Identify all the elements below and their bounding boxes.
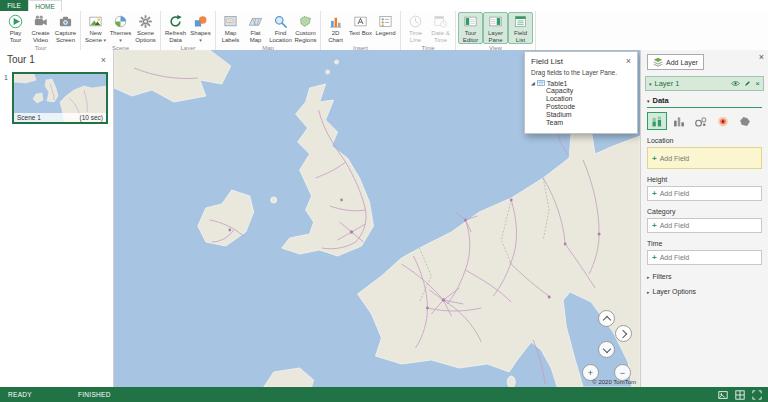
tour-editor-icon bbox=[463, 14, 478, 29]
field-item-stadium[interactable]: Stadium bbox=[531, 111, 631, 119]
ribbon-button-custom-regions[interactable]: Custom Regions bbox=[293, 12, 318, 44]
grid-view-icon[interactable] bbox=[735, 390, 745, 400]
ribbon-button-new-scene[interactable]: New Scene ▾ bbox=[83, 12, 108, 44]
ribbon: Play TourCreate VideoCapture ScreenTourN… bbox=[0, 11, 768, 51]
workspace: Tour 1 × 1 bbox=[0, 50, 768, 387]
ribbon-button-map-labels[interactable]: Map Labels bbox=[218, 12, 243, 44]
clustered-column-icon bbox=[672, 115, 686, 128]
ribbon-button-themes[interactable]: Themes ▾ bbox=[108, 12, 133, 44]
ribbon-button-label: Find Location bbox=[269, 30, 292, 43]
layer-name: Layer 1 bbox=[655, 79, 729, 88]
ribbon-button-refresh-data[interactable]: Refresh Data bbox=[163, 12, 188, 44]
custom-regions-icon bbox=[298, 14, 313, 29]
field-list-table-row[interactable]: ◢ Table1 bbox=[531, 79, 631, 87]
section-time: Time+Add Field bbox=[647, 240, 762, 265]
tilt-up-button[interactable] bbox=[598, 310, 615, 327]
date-time-icon bbox=[433, 14, 448, 29]
location-add-field[interactable]: +Add Field bbox=[647, 147, 762, 169]
tilt-down-button[interactable] bbox=[598, 341, 615, 358]
ribbon-button-scene-options[interactable]: Scene Options bbox=[133, 12, 158, 44]
tour-title: Tour 1 bbox=[7, 54, 35, 65]
layer-header[interactable]: ▾ Layer 1 × bbox=[645, 76, 764, 91]
ribbon-button-shapes[interactable]: Shapes ▾ bbox=[188, 12, 213, 44]
delete-layer-icon[interactable]: × bbox=[755, 79, 760, 88]
ribbon-button-capture-screen[interactable]: Capture Screen bbox=[53, 12, 78, 44]
scene-options-icon bbox=[138, 14, 153, 29]
plus-icon: + bbox=[652, 154, 657, 163]
map-view-icon[interactable] bbox=[718, 390, 728, 400]
layer-options-section[interactable]: ▸ Layer Options bbox=[647, 288, 762, 295]
scene-thumbnail[interactable]: Scene 1 (10 sec) bbox=[12, 72, 108, 124]
field-list-panel: Field List × Drag fields to the Layer Pa… bbox=[524, 51, 638, 134]
ribbon-button-layer-pane[interactable]: Layer Pane bbox=[483, 12, 508, 44]
viz-type-bubble[interactable] bbox=[691, 112, 711, 130]
ribbon-button-label: Date & Time bbox=[429, 30, 452, 43]
ribbon-tab-row: FILE HOME bbox=[0, 0, 768, 11]
themes-icon bbox=[113, 14, 128, 29]
viz-type-clustered-column[interactable] bbox=[669, 112, 689, 130]
ribbon-group-time: Time LineDate & TimeTime bbox=[401, 11, 456, 50]
field-item-location[interactable]: Location bbox=[531, 95, 631, 103]
ribbon-button-legend[interactable]: Legend bbox=[373, 12, 398, 38]
field-list-title: Field List bbox=[531, 57, 563, 66]
scene-index: 1 bbox=[4, 74, 8, 81]
viz-type-stacked-column[interactable] bbox=[647, 112, 667, 130]
ribbon-button-label: Tour Editor bbox=[459, 30, 482, 43]
3d-maps-window: FILE HOME Play TourCreate VideoCapture S… bbox=[0, 0, 768, 402]
ribbon-button-label: Capture Screen bbox=[54, 30, 77, 43]
category-add-field[interactable]: +Add Field bbox=[647, 218, 762, 233]
stacked-column-icon bbox=[650, 115, 664, 128]
viz-type-heat-map[interactable] bbox=[713, 112, 733, 130]
visibility-eye-icon[interactable] bbox=[731, 80, 740, 87]
section-category: Category+Add Field bbox=[647, 208, 762, 233]
ribbon-button-2d-chart[interactable]: 2D Chart bbox=[323, 12, 348, 44]
shapes-icon bbox=[193, 14, 208, 29]
video-icon bbox=[33, 14, 48, 29]
tab-file[interactable]: FILE bbox=[0, 0, 28, 11]
tab-home[interactable]: HOME bbox=[28, 0, 62, 11]
status-bar: READY FINISHED bbox=[0, 387, 768, 402]
filters-label: Filters bbox=[653, 273, 672, 280]
ribbon-group-map: Map LabelsFlat MapFind LocationCustom Re… bbox=[216, 11, 321, 50]
chevron-right-icon bbox=[618, 329, 626, 337]
tree-expand-icon: ◢ bbox=[531, 80, 535, 86]
add-layer-button[interactable]: Add Layer bbox=[647, 54, 704, 70]
rotate-right-button[interactable] bbox=[615, 325, 632, 342]
plus-icon: + bbox=[652, 189, 657, 198]
data-section-header[interactable]: ▾ Data bbox=[647, 96, 762, 108]
ribbon-button-play-tour[interactable]: Play Tour bbox=[3, 12, 28, 44]
add-field-label: Add Field bbox=[660, 155, 690, 162]
layer-options-label: Layer Options bbox=[653, 288, 697, 295]
filters-section[interactable]: ▸ Filters bbox=[647, 273, 762, 280]
field-list-close-icon[interactable]: × bbox=[626, 56, 631, 66]
viz-type-region[interactable] bbox=[735, 112, 755, 130]
chart-2d-icon bbox=[328, 14, 343, 29]
ribbon-group-layer: Refresh DataShapes ▾Layer bbox=[161, 11, 216, 50]
layer-pane-close-icon[interactable]: × bbox=[759, 52, 764, 62]
ribbon-button-label: Refresh Data bbox=[164, 30, 187, 43]
ribbon-button-label: Scene Options bbox=[134, 30, 157, 43]
ribbon-button-tour-editor[interactable]: Tour Editor bbox=[458, 12, 483, 44]
ribbon-button-create-video[interactable]: Create Video bbox=[28, 12, 53, 44]
region-icon bbox=[738, 115, 752, 128]
rename-pencil-icon[interactable] bbox=[743, 80, 752, 87]
field-item-team[interactable]: Team bbox=[531, 119, 631, 127]
chevron-up-icon bbox=[602, 315, 610, 323]
status-finished: FINISHED bbox=[78, 391, 111, 398]
height-add-field[interactable]: +Add Field bbox=[647, 186, 762, 201]
map-canvas[interactable]: Field List × Drag fields to the Layer Pa… bbox=[114, 50, 640, 387]
ribbon-button-text-box[interactable]: Text Box bbox=[348, 12, 373, 38]
table-name: Table1 bbox=[547, 80, 568, 87]
ribbon-button-field-list[interactable]: Field List bbox=[508, 12, 533, 44]
field-item-capacity[interactable]: Capacity bbox=[531, 87, 631, 95]
fullscreen-icon[interactable] bbox=[752, 390, 762, 400]
visualization-type-picker bbox=[647, 112, 762, 130]
field-item-postcode[interactable]: Postcode bbox=[531, 103, 631, 111]
heat-map-icon bbox=[716, 115, 730, 128]
tour-panel-close-icon[interactable]: × bbox=[101, 55, 106, 65]
ribbon-button-label: Map Labels bbox=[219, 30, 242, 43]
time-add-field[interactable]: +Add Field bbox=[647, 250, 762, 265]
flat-map-icon bbox=[248, 14, 263, 29]
ribbon-button-find-location[interactable]: Find Location bbox=[268, 12, 293, 44]
ribbon-button-flat-map[interactable]: Flat Map bbox=[243, 12, 268, 44]
